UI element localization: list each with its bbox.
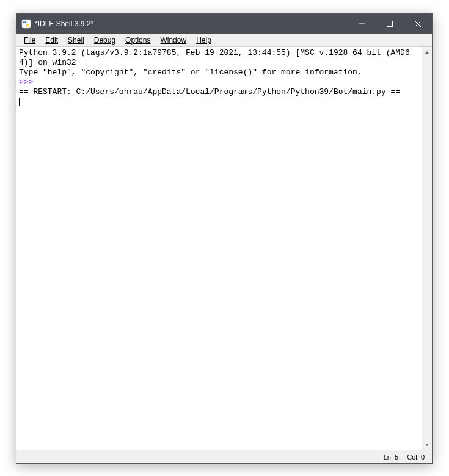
status-col-label: Col:: [407, 453, 419, 461]
svg-point-1: [24, 21, 24, 22]
scroll-track[interactable]: [422, 57, 432, 439]
menu-edit[interactable]: Edit: [40, 35, 63, 46]
menu-shell[interactable]: Shell: [63, 35, 89, 46]
svg-rect-0: [22, 20, 31, 28]
shell-prompt: >>>: [19, 78, 38, 87]
status-col-value: 0: [421, 453, 425, 461]
shell-area: Python 3.9.2 (tags/v3.9.2:1a79785, Feb 1…: [16, 47, 432, 450]
scroll-up-button[interactable]: [422, 47, 432, 57]
titlebar: *IDLE Shell 3.9.2*: [16, 14, 432, 34]
menubar: File Edit Shell Debug Options Window Hel…: [16, 34, 432, 47]
maximize-button[interactable]: [376, 14, 404, 34]
menu-options[interactable]: Options: [120, 35, 155, 46]
menu-file[interactable]: File: [19, 35, 40, 46]
idle-shell-window: *IDLE Shell 3.9.2* File Edit Shell Debug…: [16, 13, 433, 464]
svg-point-2: [27, 26, 28, 26]
vertical-scrollbar[interactable]: [422, 47, 432, 450]
shell-restart-line: == RESTART: C:/Users/ohrau/AppData/Local…: [19, 87, 400, 96]
window-controls: [348, 14, 432, 34]
shell-help-line: Type "help", "copyright", "credits" or "…: [19, 68, 362, 77]
shell-version-line: Python 3.9.2 (tags/v3.9.2:1a79785, Feb 1…: [19, 48, 410, 67]
status-line-value: 5: [395, 453, 398, 461]
python-app-icon: [21, 19, 31, 29]
minimize-button[interactable]: [348, 14, 376, 34]
text-cursor: [19, 98, 20, 106]
close-button[interactable]: [404, 14, 432, 34]
statusbar: Ln: 5 Col: 0: [16, 450, 432, 463]
scroll-down-button[interactable]: [422, 439, 432, 450]
menu-debug[interactable]: Debug: [89, 35, 120, 46]
shell-text-area[interactable]: Python 3.9.2 (tags/v3.9.2:1a79785, Feb 1…: [16, 47, 422, 450]
menu-window[interactable]: Window: [155, 35, 191, 46]
menu-help[interactable]: Help: [191, 35, 216, 46]
window-title: *IDLE Shell 3.9.2*: [35, 20, 348, 28]
svg-rect-4: [387, 21, 393, 27]
status-line-label: Ln:: [384, 453, 393, 461]
